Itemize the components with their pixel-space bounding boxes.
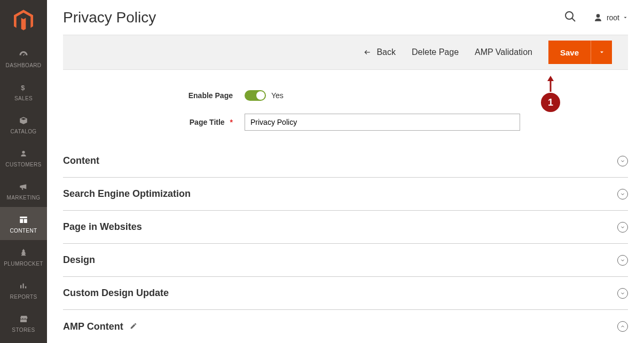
page-header: Privacy Policy root [47, 0, 644, 35]
required-asterisk: * [230, 118, 233, 126]
search-button[interactable] [564, 10, 577, 25]
page-title-label: Page Title * [63, 118, 245, 126]
nav-label: PLUMROCKET [4, 261, 43, 267]
chevron-up-icon [617, 321, 628, 332]
nav-label: REPORTS [10, 294, 37, 300]
amp-validation-label: AMP Validation [475, 47, 532, 57]
chevron-down-icon [617, 189, 628, 200]
person-icon [19, 148, 28, 159]
amp-validation-button[interactable]: AMP Validation [475, 47, 532, 57]
nav-label: SALES [14, 95, 33, 101]
search-icon [564, 10, 577, 23]
caret-down-icon [599, 49, 605, 55]
delete-label: Delete Page [412, 47, 459, 57]
gauge-icon [18, 49, 29, 60]
nav-catalog[interactable]: CATALOG [0, 108, 47, 141]
svg-text:$: $ [21, 83, 25, 91]
user-icon [593, 12, 603, 23]
tree-icon [18, 247, 29, 259]
section-design[interactable]: Design [63, 244, 628, 277]
section-label: Design [63, 254, 95, 266]
back-label: Back [376, 47, 396, 57]
dollar-icon: $ [20, 82, 27, 93]
enable-page-row: Enable Page Yes [63, 84, 628, 107]
section-label: Custom Design Update [63, 288, 169, 299]
nav-stores[interactable]: STORES [0, 306, 47, 339]
nav-dashboard[interactable]: DASHBOARD [0, 42, 47, 75]
action-bar: Back Delete Page AMP Validation Save [63, 35, 628, 70]
nav-plumrocket[interactable]: PLUMROCKET [0, 240, 47, 273]
bar-chart-icon [18, 280, 29, 292]
page-title: Privacy Policy [63, 9, 156, 26]
section-amp-content[interactable]: AMP Content [63, 310, 628, 343]
section-custom-design-update[interactable]: Custom Design Update [63, 277, 628, 310]
nav-sales[interactable]: $ SALES [0, 75, 47, 108]
enable-page-label: Enable Page [63, 91, 245, 100]
section-label: Page in Websites [63, 221, 142, 233]
nav-label: CUSTOMERS [5, 162, 41, 167]
box-icon [18, 115, 29, 126]
section-content[interactable]: Content [63, 145, 628, 178]
form-area: Enable Page Yes Page Title * Content [47, 81, 644, 343]
page-title-input[interactable] [245, 114, 520, 131]
section-seo[interactable]: Search Engine Optimization [63, 178, 628, 211]
nav-customers[interactable]: CUSTOMERS [0, 141, 47, 174]
nav-label: DASHBOARD [6, 62, 42, 68]
nav-marketing[interactable]: MARKETING [0, 174, 47, 207]
page-title-label-text: Page Title [190, 118, 225, 126]
user-name: root [607, 13, 619, 22]
svg-line-2 [572, 18, 575, 21]
layout-icon [18, 214, 29, 226]
nav-label: CONTENT [10, 228, 37, 234]
save-button[interactable]: Save [548, 41, 591, 64]
nav-content[interactable]: CONTENT [0, 207, 47, 240]
magento-logo[interactable] [0, 0, 47, 42]
section-label: Search Engine Optimization [63, 188, 191, 200]
magento-logo-icon [14, 10, 33, 32]
chevron-down-icon [617, 288, 628, 299]
app-root: DASHBOARD $ SALES CATALOG CUSTOMERS MARK… [0, 0, 644, 343]
megaphone-icon [18, 181, 29, 193]
nav-label: STORES [12, 327, 35, 333]
caret-down-icon [623, 15, 628, 20]
nav-reports[interactable]: REPORTS [0, 273, 47, 306]
enable-page-toggle[interactable] [245, 90, 266, 101]
pencil-icon [130, 321, 137, 332]
nav-label: CATALOG [10, 129, 36, 134]
main-panel: Privacy Policy root Back Delete Page [47, 0, 644, 343]
section-label: AMP Content [63, 321, 123, 332]
section-label: Content [63, 155, 99, 166]
admin-sidebar: DASHBOARD $ SALES CATALOG CUSTOMERS MARK… [0, 0, 47, 343]
chevron-down-icon [617, 255, 628, 266]
sections: Content Search Engine Optimization Page … [63, 145, 628, 343]
store-icon [18, 313, 29, 325]
page-title-row: Page Title * [63, 110, 628, 134]
arrow-left-icon [363, 49, 372, 56]
user-menu[interactable]: root [593, 12, 628, 23]
delete-page-button[interactable]: Delete Page [412, 47, 459, 57]
section-websites[interactable]: Page in Websites [63, 211, 628, 244]
save-dropdown-button[interactable] [591, 41, 612, 64]
save-button-group: Save [548, 41, 612, 64]
chevron-down-icon [617, 222, 628, 233]
back-button[interactable]: Back [363, 47, 396, 57]
enable-value-text: Yes [271, 91, 284, 100]
svg-point-1 [566, 12, 573, 19]
header-actions: root [564, 10, 628, 25]
chevron-down-icon [617, 156, 628, 166]
nav-label: MARKETING [6, 195, 40, 201]
